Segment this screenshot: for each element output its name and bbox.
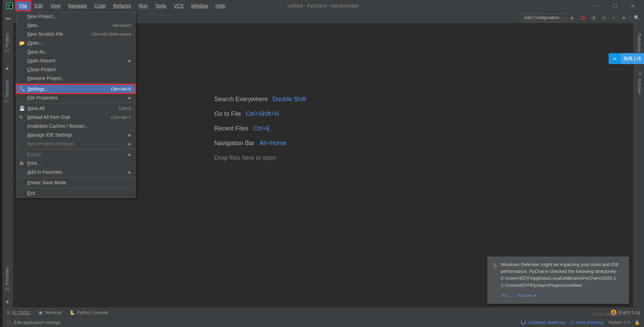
menuitem-close-project[interactable]: Close Project [16,65,135,74]
statusbar-hint: Edit application settings [14,320,61,325]
statusbar-interpreter[interactable]: Python 3.9 [609,320,630,325]
run-icon[interactable]: ▶ [569,14,577,22]
upload-badge-text: 拖拽上传 [621,53,644,64]
notification-text: Windows Defender might be impacting your… [501,261,624,289]
menuitem-new-scratch-file[interactable]: New Scratch FileCtrl+Alt+Shift+Insert [16,30,135,38]
statusbar-progress[interactable]: Updating skeletons... (1 more process) [521,320,604,325]
menuitem-label: Open Recent [27,58,128,63]
hint-shortcut: Ctrl+Shift+N [246,110,279,118]
hint-label: Go to File [214,110,241,118]
collapse-arrow-icon[interactable]: ◀ [5,66,8,71]
tab-python-console[interactable]: 🐍Python Console [70,310,108,315]
menuitem-save-all[interactable]: 💾Save AllCtrl+S [16,104,135,113]
menuitem-label: New Scratch File [27,31,91,37]
tab-todo[interactable]: ☰6: TODO [6,310,30,315]
svg-text:PC: PC [8,4,11,6]
menu-edit[interactable]: Edit [31,1,46,11]
menuitem-label: Export [27,152,128,157]
menuitem-shortcut: Ctrl+S [119,106,131,111]
menu-help[interactable]: Help [212,1,229,11]
tab-sciview[interactable]: SciView [635,75,644,97]
hint-shortcut: Double Shift [273,96,306,103]
menuitem-power-save-mode[interactable]: Power Save Mode [16,178,135,187]
tab-favorites[interactable]: 2: Favorites [2,264,12,294]
close-button[interactable]: ✕ [625,0,641,12]
menuitem-label: Open... [27,40,131,46]
maximize-button[interactable]: ☐ [607,0,623,12]
star-icon[interactable]: ★ [5,299,10,305]
right-tool-tabs: Database ☰ SciView [633,23,644,307]
upload-floating-badge[interactable]: ∞ 拖拽上传 [609,53,644,64]
menuitem-add-to-favorites[interactable]: Add to Favorites▶ [16,168,135,176]
tab-project[interactable]: 1: Project [2,30,12,56]
menuitem-settings[interactable]: 🔧Settings...Ctrl+Alt+S [16,84,135,93]
menu-navigate[interactable]: Navigate [65,1,90,11]
notification-fix-link[interactable]: Fix... [502,292,511,299]
statusbar-tool-icon[interactable]: ▢ [6,320,11,325]
menuitem-shortcut: Ctrl+Alt+S [111,87,131,92]
concurrency-icon[interactable]: ≡ [610,14,618,22]
menu-tools[interactable]: Tools [152,1,170,11]
menuitem-export[interactable]: Export▶ [16,150,135,159]
profile-icon[interactable]: ◔ [599,14,608,22]
file-menu-dropdown: New Project...New...Alt+InsertNew Scratc… [16,12,136,198]
menuitem-rename-project[interactable]: Rename Project... [16,74,135,83]
menuitem-exit[interactable]: Exit [16,189,135,198]
left-tool-tabs: 1: Project ◀ 7: Structure 2: Favorites ★ [2,23,13,307]
add-configuration-button[interactable]: Add Configuration... [520,13,567,22]
menu-vcs[interactable]: VCS [170,1,187,11]
cloud-icon: ∞ [609,53,621,64]
tab-structure[interactable]: 7: Structure [2,76,12,106]
menuitem-shortcut: Ctrl+Alt+Shift+Insert [91,32,131,37]
tab-database[interactable]: Database [635,30,644,56]
menuitem-label: Manage IDE Settings [27,132,128,138]
statusbar-lock-icon[interactable]: 🔓 [634,320,640,325]
menubar: File Edit View Navigate Code Refactor Ru… [16,1,229,11]
menuitem-label: Invalidate Caches / Restart... [27,123,131,129]
stop-icon[interactable]: ■ [620,14,628,22]
minimize-button[interactable]: ─ [589,0,605,12]
notification-popup: ⚠ Windows Defender might be impacting yo… [487,256,629,304]
coverage-icon[interactable]: ◑ [589,14,597,22]
debug-icon[interactable]: 🐞 [579,14,587,22]
menuitem-label: Add to Favorites [27,169,128,175]
menuitem-manage-ide-settings[interactable]: Manage IDE Settings▶ [16,130,135,139]
notification-actions-link[interactable]: Actions ▾ [518,292,536,299]
wrench-icon: 🔧 [19,86,26,92]
menuitem-open-recent[interactable]: Open Recent▶ [16,56,135,65]
menuitem-label: Save As... [27,49,131,54]
menuitem-file-properties[interactable]: File Properties▶ [16,93,135,102]
warning-icon: ⚠ [493,261,497,289]
menuitem-label: File Properties [27,95,128,100]
tab-terminal[interactable]: ▣Terminal [39,310,61,315]
menuitem-open[interactable]: 📂Open... [16,38,135,47]
submenu-arrow-icon: ▶ [128,96,131,100]
reload-icon: ↻ [19,114,26,120]
menu-refactor[interactable]: Refactor [110,1,135,11]
titlebar: PC File Edit View Navigate Code Refactor… [2,0,644,12]
hint-shortcut: Ctrl+E [253,125,271,132]
search-icon[interactable]: 🔍 [632,14,641,22]
menuitem-label: Exit [27,190,131,196]
menu-view[interactable]: View [47,1,64,11]
menu-file[interactable]: File [16,1,31,11]
menu-window[interactable]: Window [188,1,212,11]
menuitem-label: Reload All from Disk [27,114,111,120]
menuitem-save-as[interactable]: Save As... [16,47,135,56]
menuitem-new-project[interactable]: New Project... [16,12,135,21]
hint-label: Recent Files [214,125,248,132]
menuitem-label: Settings... [27,86,111,92]
menu-code[interactable]: Code [91,1,109,11]
submenu-arrow-icon: ▶ [128,170,131,174]
menuitem-reload-all-from-disk[interactable]: ↻Reload All from DiskCtrl+Alt+Y [16,113,135,122]
menu-run[interactable]: Run [135,1,151,11]
crop-artifact [0,0,2,327]
menuitem-shortcut: Ctrl+Alt+Y [111,115,131,120]
status-bar: ▢ Edit application settings Updating ske… [2,317,644,327]
menuitem-print[interactable]: 🖶Print... [16,159,135,168]
menuitem-invalidate-caches-restart[interactable]: Invalidate Caches / Restart... [16,122,135,130]
bottom-tool-tabs: ☰6: TODO ▣Terminal 🐍Python Console 2 Eve… [2,307,644,317]
menuitem-label: Close Project [27,67,131,72]
menuitem-new-projects-settings[interactable]: New Projects Settings▶ [16,139,135,148]
menuitem-new[interactable]: New...Alt+Insert [16,21,135,30]
